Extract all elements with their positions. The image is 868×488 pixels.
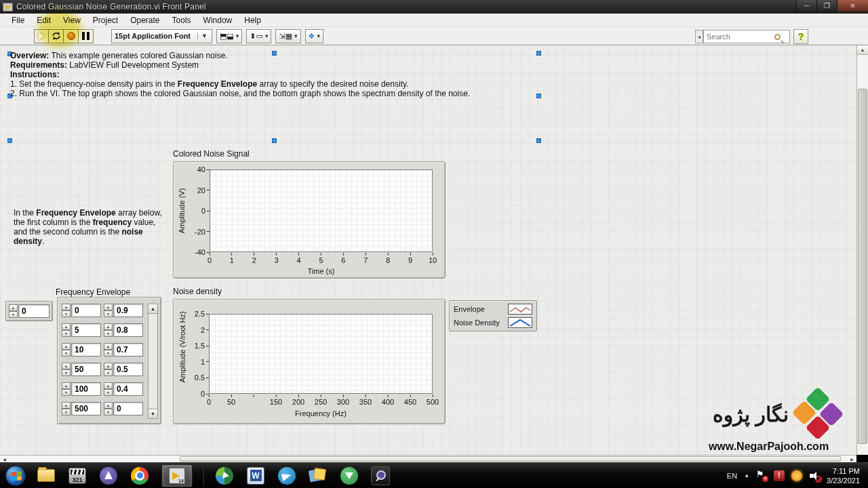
search-input[interactable] xyxy=(707,33,774,41)
legend-envelope[interactable]: Envelope xyxy=(454,304,532,314)
array-index-control[interactable]: ▲▼ 0 xyxy=(5,301,53,321)
horizontal-scroll-thumb[interactable] xyxy=(180,456,841,462)
freq-spinner[interactable]: ▲▼ xyxy=(62,323,71,337)
index-spinner[interactable]: ▲▼ xyxy=(9,304,18,318)
graph2-title: Noise density xyxy=(173,287,222,296)
menu-edit[interactable]: Edit xyxy=(31,14,57,26)
colored-noise-graph[interactable]: 40 20 0 -20 -40 0 1 2 3 4 5 6 7 8 9 10 A… xyxy=(173,161,446,279)
volume-muted-icon[interactable] xyxy=(809,470,820,481)
reorder-dropdown[interactable]: ❖▾ xyxy=(305,29,323,43)
scroll-down-icon[interactable]: ▼ xyxy=(149,409,157,418)
selection-handle[interactable] xyxy=(7,138,12,143)
abort-button[interactable] xyxy=(64,29,79,43)
taskbar-idm[interactable] xyxy=(214,466,235,486)
density-spinner[interactable]: ▲▼ xyxy=(104,402,113,415)
density-spinner[interactable]: ▲▼ xyxy=(104,382,113,396)
freq-spinner[interactable]: ▲▼ xyxy=(62,402,71,415)
frequency-envelope-array[interactable]: ▲▼0 ▲▼0.9 ▲▼5 ▲▼0.8 ▲▼10 ▲▼0.7 ▲▼50 ▲▼0.… xyxy=(57,297,161,424)
search-field[interactable] xyxy=(703,30,790,43)
taskbar-labview-active[interactable]: 14 xyxy=(161,464,193,487)
density-value[interactable]: 0.7 xyxy=(113,343,143,357)
freq-spinner[interactable]: ▲▼ xyxy=(62,363,71,376)
resize-objects-dropdown[interactable]: ⇲▦▾ xyxy=(275,29,300,43)
menu-project[interactable]: Project xyxy=(87,14,124,26)
taskbar-notes[interactable] xyxy=(307,466,329,486)
idm-tray-icon[interactable] xyxy=(791,470,802,481)
taskbar-chrome[interactable] xyxy=(129,466,151,486)
legend-envelope-swatch[interactable] xyxy=(508,304,532,314)
freq-value[interactable]: 0 xyxy=(71,304,101,317)
run-continuously-button[interactable] xyxy=(49,29,64,43)
index-value[interactable]: 0 xyxy=(18,304,50,318)
maximize-button[interactable]: ❐ xyxy=(816,0,837,12)
font-selector[interactable]: 15pt Application Font ▼ xyxy=(111,29,212,43)
freq-spinner[interactable]: ▲▼ xyxy=(62,382,71,396)
taskbar-explorer[interactable] xyxy=(35,466,57,486)
scroll-up-icon[interactable]: ▲ xyxy=(857,45,868,55)
pause-button[interactable] xyxy=(79,29,94,43)
taskbar-vpn[interactable] xyxy=(338,466,360,486)
distribute-objects-dropdown[interactable]: ⬍▭▾ xyxy=(246,29,271,43)
horizontal-scrollbar[interactable]: ◀ ▶ xyxy=(0,455,856,462)
start-button[interactable] xyxy=(5,466,26,486)
freq-spinner[interactable]: ▲▼ xyxy=(62,304,71,317)
graph2-y-label: Amplitude (V/root Hz) xyxy=(178,310,186,384)
freq-value[interactable]: 100 xyxy=(71,382,101,396)
taskbar-telegram[interactable] xyxy=(276,466,298,486)
density-value[interactable]: 0 xyxy=(113,402,143,415)
toolbar-expand-icon[interactable]: ◂ xyxy=(695,30,703,43)
taskbar-ship-app[interactable] xyxy=(98,466,119,486)
security-alert-icon[interactable] xyxy=(774,470,785,481)
close-button[interactable]: ✕ xyxy=(837,0,868,12)
density-value[interactable]: 0.5 xyxy=(113,363,143,376)
menu-file[interactable]: File xyxy=(5,14,31,26)
graph2-plot-area[interactable] xyxy=(209,314,433,394)
graph1-plot-area[interactable] xyxy=(210,169,433,252)
vertical-scroll-thumb[interactable] xyxy=(858,89,867,444)
vertical-scrollbar[interactable]: ▲ xyxy=(856,45,868,455)
density-spinner[interactable]: ▲▼ xyxy=(104,304,113,317)
menu-tools[interactable]: Tools xyxy=(166,14,197,26)
freq-value[interactable]: 50 xyxy=(71,363,101,376)
spin-up-icon[interactable]: ▲ xyxy=(9,304,18,311)
telegram-icon xyxy=(278,467,296,485)
menu-help[interactable]: Help xyxy=(238,14,267,26)
freq-spinner[interactable]: ▲▼ xyxy=(62,343,71,357)
taskbar-search-tool[interactable] xyxy=(370,466,391,486)
freq-value[interactable]: 500 xyxy=(71,402,101,415)
selection-handle[interactable] xyxy=(536,138,541,143)
density-spinner[interactable]: ▲▼ xyxy=(104,343,113,357)
menu-view[interactable]: View xyxy=(57,14,87,26)
density-spinner[interactable]: ▲▼ xyxy=(104,323,113,337)
taskbar-clock[interactable]: 7:11 PM 3/23/2021 xyxy=(827,466,863,485)
taskbar-word[interactable]: W xyxy=(245,466,267,486)
minimize-button[interactable]: ─ xyxy=(796,0,816,12)
action-center-icon[interactable]: ✕ xyxy=(756,470,767,481)
graph2-x-label: Frequency (Hz) xyxy=(209,409,433,418)
hidden-icons-chevron[interactable]: ▲ xyxy=(744,472,749,479)
freq-value[interactable]: 10 xyxy=(71,343,101,357)
density-value[interactable]: 0.9 xyxy=(113,304,143,317)
freq-value[interactable]: 5 xyxy=(71,323,101,337)
context-help-button[interactable]: ? xyxy=(793,29,808,44)
selection-handle[interactable] xyxy=(272,138,277,143)
plot-legend[interactable]: Envelope Noise Density xyxy=(449,300,537,331)
legend-noise-density-swatch[interactable] xyxy=(508,317,532,328)
noise-density-graph[interactable]: 2.5 2 1.5 1 0.5 0 0 50 150 200 250 300 3… xyxy=(173,299,446,424)
language-indicator[interactable]: EN xyxy=(727,472,737,480)
scroll-right-icon[interactable]: ▶ xyxy=(848,455,856,462)
density-value[interactable]: 0.8 xyxy=(113,323,143,337)
density-value[interactable]: 0.4 xyxy=(113,382,143,396)
instructions-text: Overview: This example generates colored… xyxy=(10,51,539,98)
taskbar-media-player[interactable]: 321 xyxy=(66,466,88,486)
legend-noise-density[interactable]: Noise Density xyxy=(454,317,532,328)
scroll-up-icon[interactable]: ▲ xyxy=(149,304,157,314)
menu-window[interactable]: Window xyxy=(197,14,239,26)
align-objects-dropdown[interactable]: ⬒⬓▾ xyxy=(216,29,242,43)
menu-operate[interactable]: Operate xyxy=(124,14,165,26)
array-scrollbar[interactable]: ▲ ▼ xyxy=(148,304,158,419)
run-button[interactable] xyxy=(34,29,49,43)
scroll-left-icon[interactable]: ◀ xyxy=(0,455,9,462)
spin-down-icon[interactable]: ▼ xyxy=(9,311,18,318)
density-spinner[interactable]: ▲▼ xyxy=(104,363,113,376)
